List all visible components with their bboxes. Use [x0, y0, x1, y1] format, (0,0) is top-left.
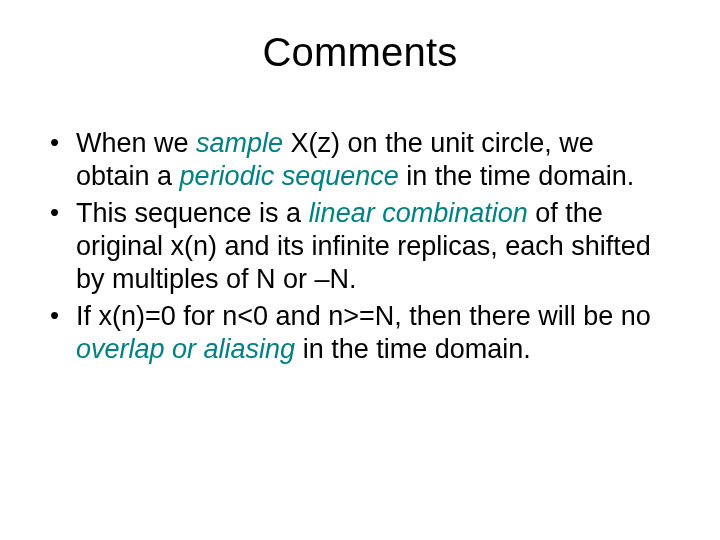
emphasis-text: periodic sequence: [180, 161, 399, 191]
body-text: in the time domain.: [399, 161, 635, 191]
body-text: If x(n)=0 for n<0 and n>=N, then there w…: [76, 301, 658, 331]
emphasis-text: sample: [196, 128, 283, 158]
bullet-list: When we sample X(z) on the unit circle, …: [48, 127, 672, 366]
body-text: When we: [76, 128, 196, 158]
bullet-item: When we sample X(z) on the unit circle, …: [48, 127, 672, 193]
slide-title: Comments: [48, 30, 672, 75]
body-text: This sequence is a: [76, 198, 309, 228]
body-text: in the time domain.: [295, 334, 531, 364]
emphasis-text: linear combination: [309, 198, 528, 228]
bullet-item: This sequence is a linear combination of…: [48, 197, 672, 296]
bullet-item: If x(n)=0 for n<0 and n>=N, then there w…: [48, 300, 672, 366]
emphasis-text: overlap or aliasing: [76, 334, 295, 364]
slide: Comments When we sample X(z) on the unit…: [0, 0, 720, 540]
